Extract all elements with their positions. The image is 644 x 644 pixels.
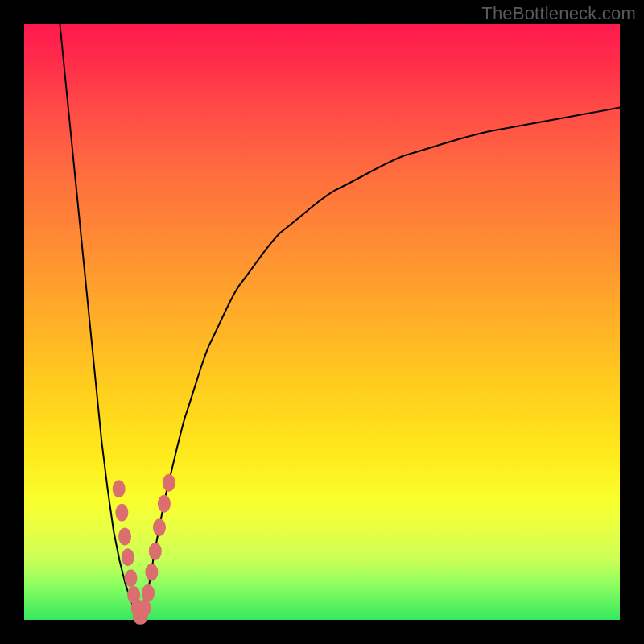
data-point bbox=[163, 474, 175, 492]
chart-plot-area bbox=[24, 24, 620, 620]
curve-group bbox=[60, 24, 620, 620]
chart-frame: TheBottleneck.com bbox=[0, 0, 644, 644]
data-point bbox=[142, 584, 155, 602]
data-points bbox=[113, 474, 175, 625]
data-point bbox=[122, 548, 134, 566]
data-point bbox=[149, 543, 162, 560]
data-point bbox=[113, 480, 126, 497]
data-point bbox=[145, 564, 158, 581]
data-point bbox=[158, 495, 171, 513]
data-point bbox=[124, 569, 137, 587]
data-point bbox=[118, 527, 131, 545]
watermark-text: TheBottleneck.com bbox=[481, 3, 636, 24]
curve-right-branch bbox=[139, 108, 620, 620]
data-point bbox=[115, 504, 128, 522]
chart-svg bbox=[24, 24, 620, 620]
data-point bbox=[153, 518, 166, 536]
